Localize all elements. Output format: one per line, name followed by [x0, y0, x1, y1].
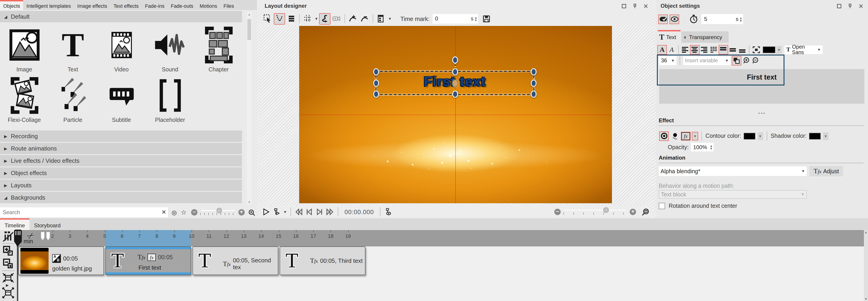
opacity-value[interactable]: 100%	[693, 144, 709, 150]
text-selection-box[interactable]: First text	[375, 71, 534, 95]
add-curve-point-icon[interactable]	[348, 13, 358, 24]
animation-select[interactable]: Alpha blending* ▼	[659, 166, 807, 176]
opacity-stepper[interactable]: ▲▼	[709, 144, 714, 149]
playhead-line[interactable]	[17, 246, 18, 301]
autosize-icon[interactable]	[752, 45, 761, 54]
resize-handle-se[interactable]	[531, 90, 536, 98]
font-family-select[interactable]: T Open Sans ▼	[784, 45, 823, 54]
center-anchor-handle[interactable]	[452, 79, 458, 87]
split-marker-icon[interactable]	[40, 231, 52, 241]
valign-top-icon[interactable]	[719, 45, 728, 54]
menu-tab-text-effects[interactable]: Text effects	[110, 0, 142, 10]
rotation-checkbox[interactable]	[659, 203, 665, 209]
play-icon[interactable]	[262, 208, 270, 216]
grid-icon[interactable]	[302, 13, 313, 24]
panel-splitter[interactable]	[257, 0, 260, 218]
section-header-default[interactable]: ◢ Default	[0, 11, 242, 22]
timeline-clip-second-text[interactable]: T Tfx 00:05, Second tex	[192, 246, 278, 275]
menu-tab-fade-outs[interactable]: Fade-outs	[167, 0, 196, 10]
timeline-clip-third-text[interactable]: T Tfx 00:05, Third text	[280, 246, 366, 275]
motion-curve-icon[interactable]	[319, 13, 330, 24]
valign-bottom-icon[interactable]	[738, 45, 747, 54]
search-input[interactable]	[0, 207, 160, 217]
thumbnail-size-slider[interactable]	[200, 210, 236, 215]
layered-view-icon[interactable]	[732, 56, 741, 65]
timeline-ruler[interactable]: 0 min ✂ 2345678910111213141516171819	[17, 230, 864, 246]
tab-timeline[interactable]: Timeline	[0, 218, 30, 230]
pin-icon[interactable]	[847, 3, 852, 8]
tab-transparency[interactable]: ◐ Transparency	[681, 31, 728, 43]
text-zoom-out-icon[interactable]	[752, 57, 759, 64]
previous-frame-icon[interactable]	[305, 208, 313, 216]
menu-tab-motions[interactable]: Motions	[196, 0, 220, 10]
objects-panel-scrollbar[interactable]: ▲ ▼	[247, 12, 251, 204]
remove-curve-point-icon[interactable]	[360, 13, 370, 24]
align-right-icon[interactable]	[700, 45, 709, 54]
menu-tab-image-effects[interactable]: Image effects	[74, 0, 110, 10]
menu-tab-intelligent-templates[interactable]: Intelligent templates	[23, 0, 74, 10]
timeline-scrollbar[interactable]: ▲ ▼	[864, 230, 868, 301]
canvas-zoom-out-button[interactable]: −	[554, 209, 561, 215]
shadow-color-swatch[interactable]	[809, 133, 820, 139]
object-item-text[interactable]: T Text	[49, 26, 97, 73]
resize-handle-s[interactable]	[452, 90, 458, 98]
expand-tracks-icon[interactable]	[2, 288, 14, 298]
view-dropdown-icon[interactable]: ▼	[388, 17, 392, 21]
menu-tab-files[interactable]: Files	[220, 0, 237, 10]
canvas-zoom-in-button[interactable]: +	[630, 209, 636, 215]
maximize-icon[interactable]	[837, 3, 842, 8]
playhead-marker[interactable]	[14, 229, 22, 241]
fx-dropdown-icon[interactable]: ▼	[692, 132, 698, 140]
contour-color-swatch[interactable]	[743, 133, 755, 139]
section-header-live-effects[interactable]: ▶ Live effects / Video effects	[0, 155, 242, 166]
shadow-color-dropdown-icon[interactable]: ▼	[823, 132, 828, 140]
shadow-toggle-icon[interactable]	[671, 132, 679, 140]
section-header-recording[interactable]: ▶ Recording	[0, 131, 242, 142]
object-item-placeholder[interactable]: Placeholder	[146, 76, 194, 123]
font-size-select[interactable]: 36 ▼	[659, 56, 676, 65]
remove-track-icon[interactable]	[3, 258, 13, 269]
valign-middle-icon[interactable]	[728, 45, 737, 54]
play-from-marker-icon[interactable]	[272, 208, 281, 216]
star-favorites-icon[interactable]: ☆	[181, 209, 187, 216]
scrollbar-thumb[interactable]	[247, 19, 251, 40]
scroll-up-icon[interactable]: ▲	[864, 230, 868, 234]
preview-canvas[interactable]: First text	[299, 26, 612, 203]
object-visibility-eye-icon[interactable]	[670, 15, 679, 23]
camera-pan-icon[interactable]	[332, 13, 342, 24]
contour-toggle-icon[interactable]	[660, 132, 668, 140]
maximize-icon[interactable]	[621, 3, 626, 8]
tab-text[interactable]: T Text	[658, 30, 681, 43]
bold-icon[interactable]: A	[658, 45, 666, 54]
track-mute-icon[interactable]	[3, 231, 13, 242]
save-view-icon[interactable]	[482, 13, 492, 24]
italic-icon[interactable]: A	[668, 45, 676, 54]
text-color-swatch[interactable]	[763, 46, 775, 53]
object-item-image[interactable]: Image	[0, 26, 49, 73]
duration-stepper[interactable]: ▲▼	[738, 17, 743, 22]
timeline-clip-first-text[interactable]: T Tfx fx 00:05 First text	[105, 246, 191, 275]
pin-icon[interactable]	[632, 3, 638, 8]
track-options-arrow-icon[interactable]: ▶	[6, 283, 9, 288]
insert-variable-select[interactable]: Insert variable ▼	[683, 56, 731, 65]
storyboard-view-icon[interactable]	[376, 13, 386, 24]
layers-icon[interactable]	[286, 13, 297, 24]
time-mark-value[interactable]: 0	[435, 16, 471, 22]
scroll-up-icon[interactable]: ▲	[247, 13, 251, 16]
scroll-down-icon[interactable]: ▼	[247, 200, 251, 204]
resize-handle-sw[interactable]	[373, 90, 379, 98]
section-header-backgrounds[interactable]: ◢ Backgrounds	[0, 192, 242, 203]
timeline-clip-golden-light[interactable]: AB 00:05 golden light.jpg	[18, 246, 104, 275]
contour-color-dropdown-icon[interactable]: ▼	[757, 132, 763, 140]
object-item-sound[interactable]: Sound	[146, 26, 194, 73]
rewind-icon[interactable]	[294, 208, 303, 216]
panel-splitter[interactable]	[653, 0, 656, 218]
canvas-zoom-slider[interactable]	[563, 209, 627, 215]
adjust-animation-button[interactable]: Tfx Adjust	[809, 166, 843, 176]
play-options-dropdown-icon[interactable]: ▼	[283, 210, 287, 214]
duration-value[interactable]: 5	[704, 16, 736, 22]
clear-search-icon[interactable]: ✕	[160, 207, 168, 217]
fx-effects-icon[interactable]: fx	[681, 132, 690, 140]
fast-forward-icon[interactable]	[326, 208, 334, 216]
timeline-tracks[interactable]: AB 00:05 golden light.jpg T Tfx fx 00:05…	[17, 246, 864, 301]
